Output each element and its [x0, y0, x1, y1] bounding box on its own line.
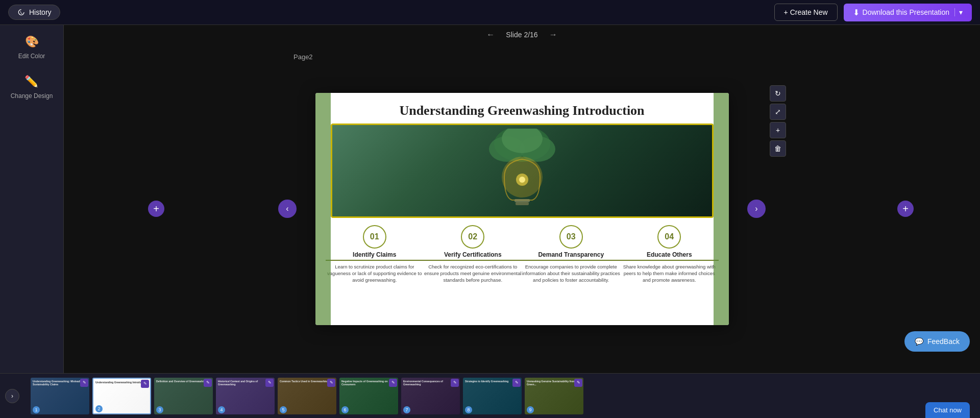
resize-icon: ⤢: [775, 108, 781, 116]
thumb-num-2: 2: [95, 405, 103, 412]
col-heading-4: Educate Others: [620, 251, 719, 261]
thumb-text-3: Definition and Overview of Greenwashing: [156, 380, 211, 383]
prev-slide-button[interactable]: ←: [483, 29, 498, 40]
slide-wrapper: + ‹ Understanding Greenwashing Introduct…: [64, 44, 980, 373]
lightbulb-svg: [476, 129, 568, 213]
history-label: History: [29, 8, 52, 16]
filmstrip-slide-8[interactable]: Strategies to Identify Greenwashing 8 ✎: [463, 378, 522, 414]
filmstrip-slide-5[interactable]: Common Tactics Used in Greenwashing 5 ✎: [278, 378, 336, 414]
download-label: Download this Presentation: [863, 8, 949, 16]
green-bar-right: [714, 93, 729, 325]
delete-tool-button[interactable]: 🗑: [770, 140, 786, 157]
next-slide-button[interactable]: →: [546, 29, 560, 40]
thumb-num-6: 6: [341, 406, 349, 413]
history-icon: [17, 8, 25, 16]
create-new-button[interactable]: + Create New: [774, 4, 838, 21]
refresh-tool-button[interactable]: ↻: [770, 85, 786, 102]
thumb-edit-7[interactable]: ✎: [451, 379, 459, 387]
right-toolbar: ↻ ⤢ + 🗑: [770, 85, 786, 157]
edit-color-label: Edit Color: [18, 53, 45, 60]
thumb-edit-4[interactable]: ✎: [265, 379, 274, 387]
filmstrip-slide-7[interactable]: Environmental Consequences of Greenwashi…: [401, 378, 460, 414]
slide-column-3: 03 Demand Transparency Encourage compani…: [522, 225, 621, 284]
filmstrip-slide-3[interactable]: Definition and Overview of Greenwashing …: [154, 378, 213, 414]
thumb-num-1: 1: [33, 406, 40, 413]
col-text-2: Check for recognized eco-certifications …: [424, 263, 522, 284]
chat-button[interactable]: Chat now: [925, 402, 970, 418]
slide-column-2: 02 Verify Certifications Check for recog…: [424, 225, 522, 284]
sidebar-item-change-design[interactable]: ✏️ Change Design: [11, 75, 53, 100]
chat-label: Chat now: [934, 406, 962, 414]
col-number-3: 03: [559, 225, 583, 249]
thumb-text-7: Environmental Consequences of Greenwashi…: [403, 380, 458, 386]
thumb-edit-8[interactable]: ✎: [512, 379, 521, 387]
filmstrip-slide-2[interactable]: Understanding Greenwashing Introduction …: [92, 378, 151, 414]
thumb-num-9: 9: [527, 406, 534, 413]
feedback-button[interactable]: 💬 FeedBack: [904, 331, 970, 352]
thumb-text-2: Understanding Greenwashing Introduction: [95, 381, 148, 384]
thumb-edit-3[interactable]: ✎: [204, 379, 212, 387]
resize-tool-button[interactable]: ⤢: [770, 104, 786, 120]
prev-slide-arrow[interactable]: ‹: [278, 200, 297, 218]
thumb-num-8: 8: [465, 406, 472, 413]
thumb-edit-5[interactable]: ✎: [327, 379, 335, 387]
thumb-edit-1[interactable]: ✎: [80, 379, 88, 387]
thumb-edit-9[interactable]: ✎: [574, 379, 582, 387]
filmstrip-slides: Understanding Greenwashing: Misleading S…: [31, 378, 583, 414]
col-text-1: Learn to scrutinize product claims for v…: [326, 263, 424, 284]
col-number-4: 04: [657, 225, 681, 249]
add-icon: +: [776, 126, 780, 134]
thumb-edit-6[interactable]: ✎: [389, 379, 397, 387]
palette-icon: 🎨: [25, 35, 39, 48]
thumb-edit-2[interactable]: ✎: [141, 380, 149, 388]
thumb-num-7: 7: [403, 406, 410, 413]
add-slide-right-button[interactable]: +: [897, 201, 914, 217]
green-bar-left: [315, 93, 331, 325]
download-chevron: ▾: [954, 8, 963, 16]
col-text-3: Encourage companies to provide complete …: [522, 263, 621, 284]
slide-nav-top: ← Slide 2/16 →: [483, 25, 560, 44]
thumb-text-4: Historical Context and Origins of Greenw…: [218, 380, 273, 386]
thumb-text-6: Negative Impacts of Greenwashing on Cons…: [341, 380, 396, 386]
slide-info: Slide 2/16: [506, 31, 537, 39]
lightbulb-background: [332, 125, 712, 216]
refresh-icon: ↻: [775, 89, 781, 97]
next-slide-arrow[interactable]: ›: [747, 200, 766, 218]
col-heading-2: Verify Certifications: [424, 251, 522, 261]
download-icon: ⬇: [853, 8, 860, 17]
filmstrip-next-button[interactable]: ›: [5, 389, 19, 403]
thumb-num-4: 4: [218, 406, 225, 413]
col-number-2: 02: [461, 225, 484, 249]
filmstrip-slide-9[interactable]: Unmasking Genuine Sustainability from Gr…: [525, 378, 583, 414]
thumb-text-1: Understanding Greenwashing: Misleading S…: [33, 380, 87, 386]
col-text-4: Share knowledge about greenwashing with …: [620, 263, 719, 284]
thumb-text-9: Unmasking Genuine Sustainability from Gr…: [527, 380, 581, 386]
feedback-label: FeedBack: [927, 337, 960, 346]
sidebar-item-edit-color[interactable]: 🎨 Edit Color: [18, 35, 45, 60]
filmstrip-slide-4[interactable]: Historical Context and Origins of Greenw…: [216, 378, 275, 414]
filmstrip: ‹ Understanding Greenwashing: Misleading…: [0, 373, 980, 418]
thumb-num-3: 3: [156, 406, 163, 413]
add-slide-left-button[interactable]: +: [148, 201, 164, 217]
col-number-1: 01: [363, 225, 386, 249]
download-button[interactable]: ⬇ Download this Presentation ▾: [844, 4, 972, 21]
svg-point-6: [519, 177, 525, 183]
svg-rect-8: [516, 202, 529, 205]
change-design-label: Change Design: [11, 92, 53, 100]
slide-image-container: [331, 124, 714, 218]
slide-four-columns: 01 Identify Claims Learn to scrutinize p…: [315, 218, 729, 284]
top-nav: History + Create New ⬇ Download this Pre…: [0, 0, 980, 25]
slide-column-1: 01 Identify Claims Learn to scrutinize p…: [326, 225, 424, 284]
slide-title: Understanding Greenwashing Introduction: [315, 93, 729, 124]
slide-column-4: 04 Educate Others Share knowledge about …: [620, 225, 719, 284]
delete-icon: 🗑: [774, 144, 781, 153]
filmstrip-slide-6[interactable]: Negative Impacts of Greenwashing on Cons…: [339, 378, 398, 414]
history-button[interactable]: History: [8, 5, 60, 20]
nav-right: + Create New ⬇ Download this Presentatio…: [774, 4, 972, 21]
thumb-text-8: Strategies to Identify Greenwashing: [465, 380, 520, 383]
center-stage: ← Slide 2/16 → Page2 + ‹ Understanding G…: [64, 25, 980, 373]
create-new-label: + Create New: [784, 8, 828, 16]
add-tool-button[interactable]: +: [770, 122, 786, 138]
design-icon: ✏️: [24, 75, 38, 88]
filmstrip-slide-1[interactable]: Understanding Greenwashing: Misleading S…: [31, 378, 89, 414]
